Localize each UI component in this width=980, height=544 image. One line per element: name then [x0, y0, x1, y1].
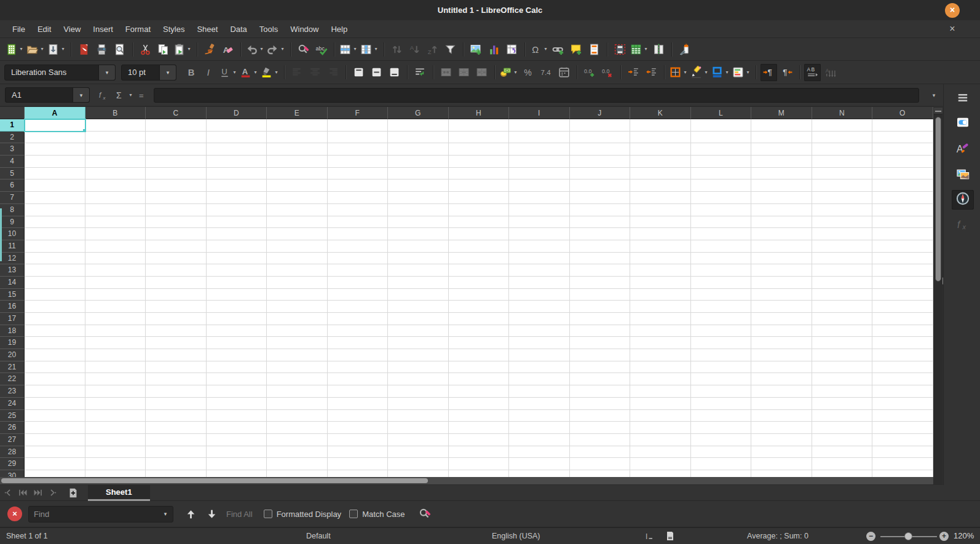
cell[interactable] [328, 143, 389, 156]
chevron-down-icon[interactable]: ▾ [158, 511, 173, 517]
cell[interactable] [85, 373, 146, 385]
match-case-checkbox[interactable] [349, 510, 358, 518]
cell[interactable] [25, 337, 85, 349]
cell[interactable] [691, 228, 752, 240]
column-header-G[interactable]: G [388, 107, 449, 119]
cell[interactable] [570, 192, 631, 204]
cell[interactable] [267, 156, 328, 168]
cell[interactable] [25, 168, 85, 180]
cell[interactable] [449, 143, 510, 156]
currency-format-button[interactable]: ▾ [499, 64, 519, 81]
cell[interactable] [812, 446, 873, 459]
cell[interactable] [509, 156, 570, 168]
sort-descending-button[interactable]: Z [424, 41, 441, 58]
cell[interactable] [328, 216, 389, 229]
row-header-27[interactable]: 27 [0, 434, 25, 446]
cell[interactable] [630, 458, 691, 470]
autofilter-button[interactable] [442, 41, 459, 58]
cell[interactable] [691, 277, 752, 289]
zoom-level[interactable]: 120% [954, 528, 974, 544]
cell[interactable] [267, 337, 328, 349]
cell[interactable] [872, 253, 933, 265]
cell[interactable] [812, 373, 873, 385]
cell[interactable] [328, 264, 389, 277]
cell[interactable] [872, 192, 933, 204]
cell[interactable] [207, 410, 267, 422]
sidebar-gallery-button[interactable] [952, 165, 974, 185]
cell[interactable] [85, 143, 146, 156]
menu-data[interactable]: Data [224, 20, 253, 38]
row-header-7[interactable]: 7 [0, 192, 25, 204]
cell[interactable] [267, 410, 328, 422]
zoom-slider-handle[interactable] [904, 532, 912, 540]
chevron-down-icon[interactable]: ▾ [60, 41, 66, 58]
cell[interactable] [449, 264, 510, 277]
cell[interactable] [570, 361, 631, 374]
cell[interactable] [449, 458, 510, 470]
chevron-down-icon[interactable]: ▾ [682, 64, 689, 81]
row-header-9[interactable]: 9 [0, 216, 25, 229]
chevron-down-icon[interactable]: ▾ [39, 41, 45, 58]
open-file-button[interactable]: ▾ [26, 41, 45, 58]
cell[interactable] [328, 228, 389, 240]
cell[interactable] [570, 313, 631, 325]
cell[interactable] [207, 264, 267, 277]
insert-row-button[interactable]: ▾ [339, 41, 358, 58]
cell[interactable] [570, 398, 631, 410]
split-window-button[interactable] [650, 41, 667, 58]
cell[interactable] [388, 349, 449, 361]
print-preview-button[interactable] [111, 41, 128, 58]
print-area-button[interactable] [612, 41, 628, 58]
cell[interactable] [449, 204, 510, 216]
sort-ascending-button[interactable]: A [406, 41, 423, 58]
cell[interactable] [509, 253, 570, 265]
cell[interactable] [812, 410, 873, 422]
cell[interactable] [509, 361, 570, 374]
cell[interactable] [570, 143, 631, 156]
cell[interactable] [328, 325, 389, 337]
cell[interactable] [691, 337, 752, 349]
clear-formatting-button[interactable]: A [219, 41, 236, 58]
italic-button[interactable]: I [200, 64, 217, 81]
cell[interactable] [25, 143, 85, 156]
border-style-button[interactable]: ▾ [690, 64, 709, 81]
cell[interactable] [207, 289, 267, 301]
cell[interactable] [85, 253, 146, 265]
row-header-8[interactable]: 8 [0, 204, 25, 216]
cell[interactable] [509, 289, 570, 301]
cell[interactable] [146, 373, 207, 385]
chevron-down-icon[interactable]: ▾ [98, 65, 115, 80]
cell[interactable] [812, 349, 873, 361]
cell[interactable] [812, 216, 873, 229]
cell[interactable] [751, 119, 812, 132]
cell[interactable] [812, 361, 873, 374]
cell[interactable] [872, 361, 933, 374]
cell[interactable] [509, 434, 570, 446]
cell[interactable] [509, 192, 570, 204]
vertical-split-handle[interactable] [934, 108, 942, 114]
cell[interactable] [146, 301, 207, 313]
cell[interactable] [509, 301, 570, 313]
cell[interactable] [388, 458, 449, 470]
cell[interactable] [872, 301, 933, 313]
column-header-M[interactable]: M [751, 107, 812, 119]
column-header-H[interactable]: H [449, 107, 510, 119]
cell[interactable] [328, 446, 389, 459]
cell[interactable] [388, 253, 449, 265]
decrease-indent-button[interactable] [643, 64, 660, 81]
cell[interactable] [207, 325, 267, 337]
cell[interactable] [449, 289, 510, 301]
cell[interactable] [449, 398, 510, 410]
cell[interactable] [812, 422, 873, 434]
undo-button[interactable]: ▾ [245, 41, 265, 58]
cell[interactable] [570, 446, 631, 459]
cell[interactable] [509, 313, 570, 325]
cell[interactable] [267, 253, 328, 265]
cell[interactable] [691, 361, 752, 374]
find-replace-button[interactable] [295, 41, 312, 58]
cell[interactable] [691, 422, 752, 434]
cell[interactable] [388, 373, 449, 385]
cell[interactable] [207, 349, 267, 361]
cell[interactable] [85, 132, 146, 144]
text-direction-vertical-button[interactable]: A [822, 64, 839, 81]
